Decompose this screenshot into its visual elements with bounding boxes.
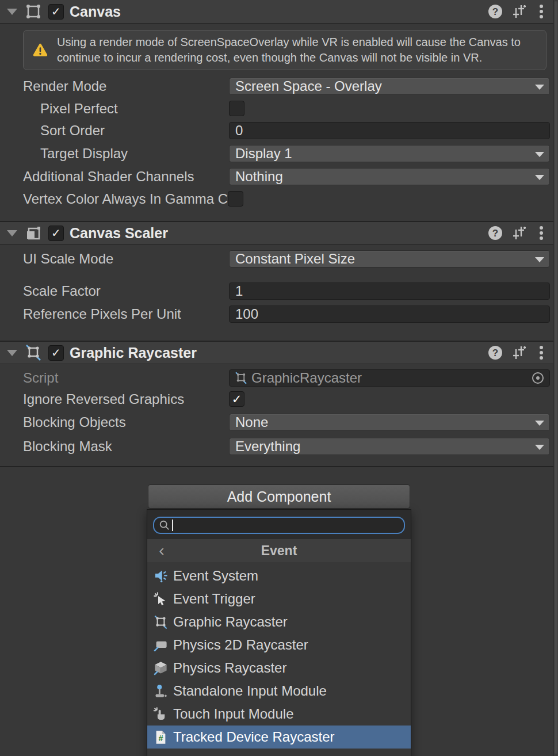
blocking-mask-label: Blocking Mask (23, 438, 229, 455)
scale-factor-field[interactable]: 1 (229, 282, 550, 300)
component-menu-list: Event System Event Trigger (147, 564, 411, 749)
presets-icon[interactable] (510, 344, 527, 361)
sort-order-label: Sort Order (23, 123, 229, 139)
text-caret (172, 520, 173, 531)
chevron-down-icon (535, 85, 544, 90)
chevron-down-icon (535, 152, 544, 157)
canvas-component: Canvas ? Using a render mode of ScreenSp… (0, 0, 558, 221)
help-icon[interactable]: ? (487, 3, 504, 20)
chevron-down-icon (535, 175, 544, 180)
reference-pixels-per-unit-field[interactable]: 100 (229, 306, 550, 323)
render-mode-label: Render Mode (23, 78, 229, 94)
object-picker-icon[interactable] (531, 371, 545, 385)
help-icon[interactable]: ? (487, 344, 504, 361)
pixel-perfect-label: Pixel Perfect (23, 101, 229, 117)
canvas-component-title: Canvas (70, 3, 121, 20)
physics-2d-raycaster-icon (152, 636, 169, 654)
add-component-menu: ‹ Event Event System (147, 509, 411, 756)
ignore-reversed-graphics-checkbox[interactable] (229, 391, 244, 407)
menu-item-physics-raycaster[interactable]: Physics Raycaster (147, 656, 411, 679)
additional-shader-channels-dropdown[interactable]: Nothing (229, 168, 550, 185)
scrollbar-thumb[interactable] (555, 1, 557, 754)
blocking-objects-label: Blocking Objects (23, 414, 229, 430)
reference-pixels-per-unit-label: Reference Pixels Per Unit (23, 306, 229, 322)
presets-icon[interactable] (510, 3, 527, 20)
vertex-color-gamma-checkbox[interactable] (228, 191, 243, 207)
vertical-scrollbar[interactable] (553, 0, 558, 756)
vr-warning-box: Using a render mode of ScreenSpaceOverla… (23, 30, 546, 70)
menu-item-label: Graphic Raycaster (173, 614, 288, 630)
canvas-scaler-title: Canvas Scaler (70, 225, 168, 242)
menu-item-event-trigger[interactable]: Event Trigger (147, 587, 411, 610)
search-input[interactable] (175, 518, 399, 533)
target-display-label: Target Display (23, 146, 229, 162)
event-trigger-icon (152, 590, 169, 608)
foldout-arrow-icon[interactable] (7, 230, 17, 236)
render-mode-dropdown[interactable]: Screen Space - Overlay (229, 78, 550, 95)
help-icon[interactable]: ? (487, 224, 504, 242)
canvas-scaler-header: Canvas Scaler ? (0, 221, 558, 245)
foldout-arrow-icon[interactable] (7, 9, 17, 15)
menu-item-label: Physics Raycaster (173, 660, 286, 676)
kebab-menu-icon[interactable] (533, 3, 550, 20)
physics-raycaster-icon (152, 659, 169, 677)
graphic-raycaster-enabled-checkbox[interactable] (48, 345, 64, 361)
svg-text:?: ? (492, 228, 498, 239)
menu-item-physics-2d-raycaster[interactable]: Physics 2D Raycaster (147, 633, 411, 656)
kebab-menu-icon[interactable] (533, 344, 550, 361)
ui-scale-mode-dropdown[interactable]: Constant Pixel Size (229, 250, 550, 268)
additional-shader-channels-label: Additional Shader Channels (23, 169, 229, 185)
blocking-objects-dropdown[interactable]: None (229, 414, 550, 431)
graphic-raycaster-icon (234, 371, 248, 385)
canvas-scaler-icon (24, 224, 43, 242)
target-display-dropdown[interactable]: Display 1 (229, 145, 550, 162)
section-divider (0, 466, 558, 467)
chevron-down-icon (535, 257, 544, 262)
chevron-down-icon (535, 445, 544, 450)
back-chevron-icon[interactable]: ‹ (153, 539, 170, 562)
menu-item-tracked-device-raycaster[interactable]: # Tracked Device Raycaster (147, 726, 411, 749)
sort-order-field[interactable]: 0 (229, 122, 550, 139)
component-search-field[interactable] (153, 517, 405, 534)
menu-item-standalone-input-module[interactable]: Standalone Input Module (147, 679, 411, 702)
foldout-arrow-icon[interactable] (7, 350, 17, 356)
menu-item-graphic-raycaster[interactable]: Graphic Raycaster (147, 610, 411, 633)
canvas-scaler-enabled-checkbox[interactable] (48, 226, 64, 241)
graphic-raycaster-title: Graphic Raycaster (70, 345, 197, 361)
add-component-button[interactable]: Add Component (148, 484, 410, 509)
scale-factor-label: Scale Factor (23, 283, 229, 299)
svg-text:?: ? (492, 348, 498, 358)
menu-category-header: ‹ Event (147, 539, 411, 562)
blocking-mask-dropdown[interactable]: Everything (229, 438, 550, 455)
menu-item-label: Touch Input Module (173, 706, 293, 722)
script-object-field[interactable]: GraphicRaycaster (229, 369, 550, 387)
graphic-raycaster-header: Graphic Raycaster ? (0, 341, 558, 364)
graphic-raycaster-icon (24, 343, 43, 362)
menu-item-touch-input-module[interactable]: Touch Input Module (147, 702, 411, 726)
ignore-reversed-graphics-label: Ignore Reversed Graphics (23, 391, 229, 407)
vr-warning-text: Using a render mode of ScreenSpaceOverla… (57, 35, 539, 66)
add-component-search-area (147, 510, 411, 539)
search-icon (159, 520, 170, 531)
warning-triangle-icon (33, 37, 48, 63)
canvas-enabled-checkbox[interactable] (48, 4, 64, 20)
vertex-color-gamma-label: Vertex Color Always In Gamma C (23, 191, 228, 207)
presets-icon[interactable] (510, 224, 527, 242)
ui-scale-mode-label: UI Scale Mode (23, 251, 229, 267)
menu-item-event-system[interactable]: Event System (147, 564, 411, 587)
menu-item-label: Standalone Input Module (173, 683, 327, 699)
standalone-input-module-icon (152, 682, 169, 700)
chevron-down-icon (535, 421, 544, 426)
svg-text:#: # (158, 733, 163, 742)
pixel-perfect-checkbox[interactable] (229, 101, 244, 116)
kebab-menu-icon[interactable] (533, 224, 550, 242)
canvas-scaler-component: Canvas Scaler ? UI Scale Mode Constant P… (0, 221, 558, 341)
menu-category-title: Event (261, 543, 297, 559)
canvas-component-header: Canvas ? (0, 0, 558, 24)
menu-item-label: Tracked Device Raycaster (173, 729, 335, 745)
event-system-icon (152, 567, 169, 585)
script-icon: # (152, 728, 169, 746)
graphic-raycaster-icon (152, 613, 169, 631)
menu-item-label: Event Trigger (173, 591, 255, 607)
svg-text:?: ? (492, 6, 498, 17)
